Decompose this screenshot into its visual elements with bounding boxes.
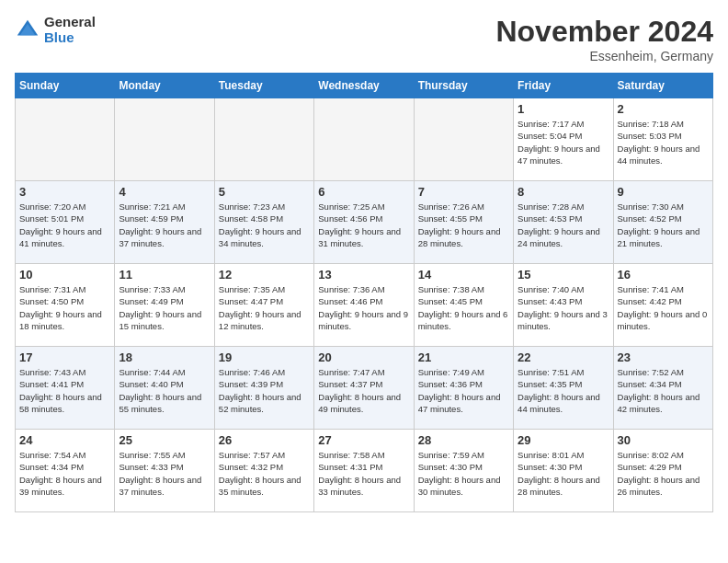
calendar-cell: 22Sunrise: 7:51 AM Sunset: 4:35 PM Dayli… (514, 347, 613, 430)
day-number: 18 (119, 350, 210, 364)
calendar-cell: 20Sunrise: 7:47 AM Sunset: 4:37 PM Dayli… (314, 347, 414, 430)
day-number: 21 (418, 350, 509, 364)
day-info: Sunrise: 7:55 AM Sunset: 4:33 PM Dayligh… (119, 449, 210, 498)
calendar-cell: 24Sunrise: 7:54 AM Sunset: 4:34 PM Dayli… (16, 430, 115, 512)
day-info: Sunrise: 7:26 AM Sunset: 4:55 PM Dayligh… (418, 201, 509, 249)
calendar-cell (214, 98, 313, 181)
weekday-header: Thursday (414, 74, 513, 98)
day-info: Sunrise: 7:17 AM Sunset: 5:04 PM Dayligh… (518, 118, 609, 167)
day-number: 19 (219, 350, 310, 364)
calendar-table: SundayMondayTuesdayWednesdayThursdayFrid… (15, 73, 713, 512)
day-number: 14 (418, 268, 509, 282)
calendar-cell: 4Sunrise: 7:21 AM Sunset: 4:59 PM Daylig… (115, 181, 214, 264)
day-number: 16 (618, 268, 709, 282)
calendar-cell: 14Sunrise: 7:38 AM Sunset: 4:45 PM Dayli… (414, 264, 513, 347)
calendar-cell: 15Sunrise: 7:40 AM Sunset: 4:43 PM Dayli… (514, 264, 613, 347)
day-number: 11 (119, 268, 210, 282)
day-number: 8 (518, 185, 609, 199)
day-number: 30 (618, 433, 709, 447)
day-info: Sunrise: 7:20 AM Sunset: 5:01 PM Dayligh… (19, 201, 110, 249)
day-number: 20 (318, 350, 409, 364)
calendar-cell: 8Sunrise: 7:28 AM Sunset: 4:53 PM Daylig… (514, 181, 613, 264)
weekday-header: Tuesday (214, 74, 313, 98)
calendar-cell: 12Sunrise: 7:35 AM Sunset: 4:47 PM Dayli… (214, 264, 313, 347)
calendar-cell: 25Sunrise: 7:55 AM Sunset: 4:33 PM Dayli… (115, 430, 214, 512)
calendar-cell: 19Sunrise: 7:46 AM Sunset: 4:39 PM Dayli… (214, 347, 313, 430)
calendar-cell: 16Sunrise: 7:41 AM Sunset: 4:42 PM Dayli… (613, 264, 712, 347)
logo: General Blue (15, 15, 96, 45)
calendar-cell: 26Sunrise: 7:57 AM Sunset: 4:32 PM Dayli… (214, 430, 313, 512)
day-number: 12 (219, 268, 310, 282)
day-number: 26 (219, 433, 310, 447)
day-number: 27 (318, 433, 409, 447)
calendar-week-row: 17Sunrise: 7:43 AM Sunset: 4:41 PM Dayli… (16, 347, 713, 430)
day-number: 6 (318, 185, 409, 199)
calendar-cell: 28Sunrise: 7:59 AM Sunset: 4:30 PM Dayli… (414, 430, 513, 512)
calendar-cell: 3Sunrise: 7:20 AM Sunset: 5:01 PM Daylig… (16, 181, 115, 264)
calendar-cell: 17Sunrise: 7:43 AM Sunset: 4:41 PM Dayli… (16, 347, 115, 430)
calendar-cell: 30Sunrise: 8:02 AM Sunset: 4:29 PM Dayli… (613, 430, 712, 512)
logo-text: General Blue (44, 15, 96, 45)
calendar-cell: 29Sunrise: 8:01 AM Sunset: 4:30 PM Dayli… (514, 430, 613, 512)
day-info: Sunrise: 7:18 AM Sunset: 5:03 PM Dayligh… (618, 118, 709, 167)
day-info: Sunrise: 7:28 AM Sunset: 4:53 PM Dayligh… (518, 201, 609, 249)
logo-blue: Blue (44, 30, 96, 46)
calendar-cell (115, 98, 214, 181)
calendar-cell (16, 98, 115, 181)
day-number: 17 (19, 350, 110, 364)
day-info: Sunrise: 7:47 AM Sunset: 4:37 PM Dayligh… (318, 366, 409, 415)
day-info: Sunrise: 8:01 AM Sunset: 4:30 PM Dayligh… (518, 449, 609, 498)
day-info: Sunrise: 7:23 AM Sunset: 4:58 PM Dayligh… (219, 201, 310, 249)
calendar-cell (314, 98, 414, 181)
day-number: 25 (119, 433, 210, 447)
day-number: 23 (618, 350, 709, 364)
weekday-header: Saturday (613, 74, 712, 98)
calendar-cell: 1Sunrise: 7:17 AM Sunset: 5:04 PM Daylig… (514, 98, 613, 181)
calendar-cell: 10Sunrise: 7:31 AM Sunset: 4:50 PM Dayli… (16, 264, 115, 347)
day-info: Sunrise: 7:30 AM Sunset: 4:52 PM Dayligh… (618, 201, 709, 249)
day-number: 15 (518, 268, 609, 282)
day-number: 29 (518, 433, 609, 447)
logo-icon (15, 17, 40, 43)
day-number: 1 (518, 102, 609, 116)
calendar-cell: 23Sunrise: 7:52 AM Sunset: 4:34 PM Dayli… (613, 347, 712, 430)
day-info: Sunrise: 8:02 AM Sunset: 4:29 PM Dayligh… (618, 449, 709, 498)
calendar-cell: 18Sunrise: 7:44 AM Sunset: 4:40 PM Dayli… (115, 347, 214, 430)
day-info: Sunrise: 7:25 AM Sunset: 4:56 PM Dayligh… (318, 201, 409, 249)
day-info: Sunrise: 7:52 AM Sunset: 4:34 PM Dayligh… (618, 366, 709, 415)
day-info: Sunrise: 7:31 AM Sunset: 4:50 PM Dayligh… (19, 283, 110, 332)
day-info: Sunrise: 7:49 AM Sunset: 4:36 PM Dayligh… (418, 366, 509, 415)
day-number: 13 (318, 268, 409, 282)
title-area: November 2024 Essenheim, Germany (495, 15, 713, 63)
day-info: Sunrise: 7:40 AM Sunset: 4:43 PM Dayligh… (518, 283, 609, 332)
day-info: Sunrise: 7:33 AM Sunset: 4:49 PM Dayligh… (119, 283, 210, 332)
day-number: 24 (19, 433, 110, 447)
calendar-week-row: 24Sunrise: 7:54 AM Sunset: 4:34 PM Dayli… (16, 430, 713, 512)
day-info: Sunrise: 7:51 AM Sunset: 4:35 PM Dayligh… (518, 366, 609, 415)
day-info: Sunrise: 7:43 AM Sunset: 4:41 PM Dayligh… (19, 366, 110, 415)
page-header: General Blue November 2024 Essenheim, Ge… (15, 15, 713, 63)
logo-general: General (44, 15, 96, 30)
day-number: 10 (19, 268, 110, 282)
calendar-cell: 21Sunrise: 7:49 AM Sunset: 4:36 PM Dayli… (414, 347, 513, 430)
calendar-week-row: 10Sunrise: 7:31 AM Sunset: 4:50 PM Dayli… (16, 264, 713, 347)
calendar-cell: 6Sunrise: 7:25 AM Sunset: 4:56 PM Daylig… (314, 181, 414, 264)
weekday-header: Wednesday (314, 74, 414, 98)
day-number: 9 (618, 185, 709, 199)
day-info: Sunrise: 7:54 AM Sunset: 4:34 PM Dayligh… (19, 449, 110, 498)
day-info: Sunrise: 7:59 AM Sunset: 4:30 PM Dayligh… (418, 449, 509, 498)
calendar-cell: 27Sunrise: 7:58 AM Sunset: 4:31 PM Dayli… (314, 430, 414, 512)
calendar-cell: 5Sunrise: 7:23 AM Sunset: 4:58 PM Daylig… (214, 181, 313, 264)
calendar-week-row: 3Sunrise: 7:20 AM Sunset: 5:01 PM Daylig… (16, 181, 713, 264)
day-number: 22 (518, 350, 609, 364)
day-number: 3 (19, 185, 110, 199)
day-info: Sunrise: 7:58 AM Sunset: 4:31 PM Dayligh… (318, 449, 409, 498)
weekday-header: Monday (115, 74, 214, 98)
day-info: Sunrise: 7:44 AM Sunset: 4:40 PM Dayligh… (119, 366, 210, 415)
calendar-cell (414, 98, 513, 181)
day-info: Sunrise: 7:57 AM Sunset: 4:32 PM Dayligh… (219, 449, 310, 498)
calendar-week-row: 1Sunrise: 7:17 AM Sunset: 5:04 PM Daylig… (16, 98, 713, 181)
calendar-cell: 11Sunrise: 7:33 AM Sunset: 4:49 PM Dayli… (115, 264, 214, 347)
calendar-cell: 9Sunrise: 7:30 AM Sunset: 4:52 PM Daylig… (613, 181, 712, 264)
calendar-cell: 7Sunrise: 7:26 AM Sunset: 4:55 PM Daylig… (414, 181, 513, 264)
